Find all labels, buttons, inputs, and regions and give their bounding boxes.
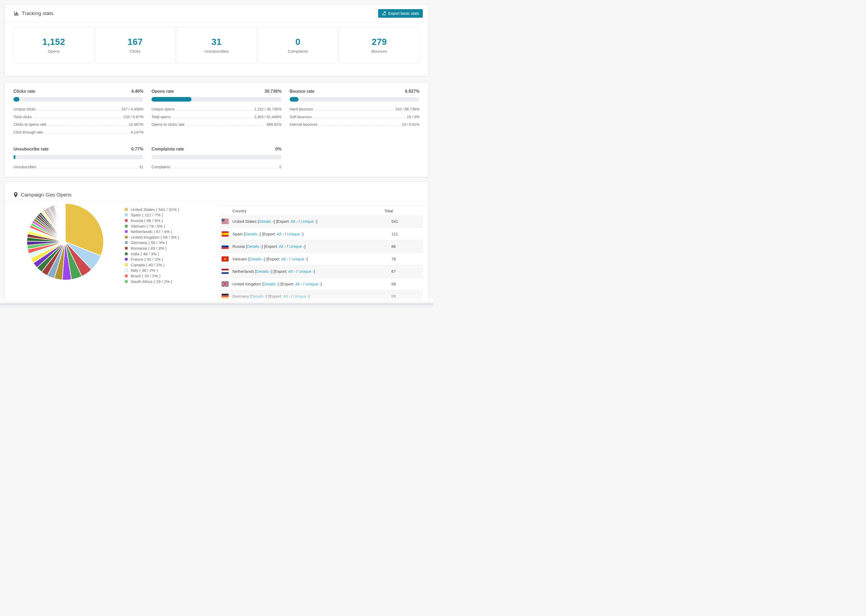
export-unique-link[interactable]: Unique › — [301, 219, 316, 224]
rate-row-value: 14.497% — [129, 122, 143, 127]
export-unique-link[interactable]: Unique › — [299, 269, 314, 273]
legend-item-netherlands[interactable]: Netherlands ( 67 / 4% ) — [124, 229, 179, 234]
export-basic-stats-button[interactable]: Export basic stats — [378, 9, 423, 18]
bar-chart-icon — [13, 11, 19, 16]
rate-detail-row: Unsubscribes31 — [13, 165, 143, 173]
opens-count: 1,152 — [42, 37, 65, 47]
rate-detail-row: Opens to clicks rate689.82% — [151, 122, 281, 130]
total-cell: 541 — [387, 219, 398, 224]
dotted-leader — [34, 118, 121, 118]
legend-swatch — [124, 247, 128, 250]
de-flag-icon — [222, 294, 228, 299]
geo-table-row-us: United States [Details ›] [Export: All ›… — [219, 215, 423, 228]
legend-label: United Kingdom ( 59 / 3% ) — [131, 235, 179, 239]
legend-item-brazil[interactable]: Brazil ( 33 / 2% ) — [124, 273, 179, 279]
export-all-link[interactable]: All › — [295, 282, 302, 286]
rate-detail-row: Total opens2,303 / 61.446% — [151, 115, 281, 123]
legend-item-romania[interactable]: Romania ( 49 / 3% ) — [124, 245, 179, 251]
legend-swatch — [124, 236, 128, 239]
legend-label: Canada ( 40 / 2% ) — [131, 262, 165, 267]
country-cell: Vietnam [Details ›] [Export: All › / Uni… — [232, 257, 387, 261]
legend-item-spain[interactable]: Spain ( 121 / 7% ) — [124, 212, 179, 218]
total-cell: 79 — [387, 257, 396, 261]
details-link[interactable]: Details › — [245, 232, 260, 236]
unsubscribe-rate-value: 0.77% — [131, 147, 143, 152]
export-unique-link[interactable]: Unique › — [305, 282, 321, 286]
details-link[interactable]: Details › — [249, 257, 264, 261]
complaints-rate-section: Complaints rate 0% Complaints0 — [151, 147, 281, 173]
details-link[interactable]: Details › — [263, 282, 278, 286]
legend-item-italy[interactable]: Italy ( 36 / 2% ) — [124, 268, 179, 273]
legend-item-germany[interactable]: Germany ( 55 / 3% ) — [124, 240, 179, 246]
bracket-close: ] — [302, 232, 303, 236]
export-unique-link[interactable]: Unique › — [289, 244, 304, 248]
export-prefix: ] [Export: — [264, 257, 281, 261]
rate-detail-row: Unique opens1,152 / 30.736% — [151, 107, 281, 115]
unsubscribe-rate-title: Unsubscribe rate — [13, 147, 49, 152]
export-icon — [382, 11, 386, 16]
dotted-leader — [172, 168, 277, 168]
export-all-link[interactable]: All › — [281, 257, 288, 261]
legend-label: United States ( 541 / 31% ) — [131, 207, 179, 212]
geo-pie-chart[interactable] — [26, 203, 105, 281]
details-link[interactable]: Details › — [251, 294, 266, 299]
country-name: Germany [ — [232, 294, 251, 299]
country-name: Netherlands [ — [232, 269, 256, 273]
link-separator: / — [286, 244, 289, 248]
country-cell: Germany [Details ›] [Export: All › / Uni… — [232, 294, 387, 299]
legend-item-vietnam[interactable]: Vietnam ( 79 / 5% ) — [124, 223, 179, 229]
legend-item-united-states[interactable]: United States ( 541 / 31% ) — [124, 207, 179, 212]
rate-row-label: Unique clicks — [13, 107, 36, 111]
rate-detail-row: Click through rate4.147% — [13, 130, 143, 138]
export-all-link[interactable]: All › — [288, 269, 295, 273]
legend-item-france[interactable]: France ( 42 / 2% ) — [124, 256, 179, 262]
legend-item-canada[interactable]: Canada ( 40 / 2% ) — [124, 262, 179, 268]
total-cell: 86 — [387, 244, 396, 248]
export-all-link[interactable]: All › — [277, 232, 284, 236]
legend-swatch — [124, 263, 128, 267]
export-all-link[interactable]: All › — [279, 244, 286, 248]
legend-swatch — [124, 269, 128, 272]
details-link[interactable]: Details › — [259, 219, 274, 224]
legend-item-united-kingdom[interactable]: United Kingdom ( 59 / 3% ) — [124, 234, 179, 240]
country-name: Russia [ — [232, 244, 247, 248]
export-prefix: ] [Export: — [266, 294, 283, 299]
details-link[interactable]: Details › — [256, 269, 271, 273]
opens-label: Opens — [48, 49, 60, 53]
rates-card: Clicks rate 4.46% Unique clicks167 / 4.4… — [4, 82, 429, 177]
unsubscribe-rate-section: Unsubscribe rate 0.77% Unsubscribes31 — [13, 147, 143, 173]
legend-item-south-africa[interactable]: South Africa ( 29 / 2% ) — [124, 279, 179, 284]
geo-legend: United States ( 541 / 31% )Spain ( 121 /… — [124, 207, 179, 284]
bracket-close: ] — [314, 269, 315, 273]
unsubscribes-count: 31 — [211, 37, 222, 47]
legend-label: South Africa ( 29 / 2% ) — [131, 279, 172, 284]
geo-table-header: Country Total — [219, 206, 423, 215]
bracket-close: ] — [309, 294, 310, 299]
rate-row-label: Click through rate — [13, 130, 43, 134]
export-all-link[interactable]: All › — [291, 219, 298, 224]
rate-detail-row: Unique clicks167 / 4.456% — [13, 107, 143, 115]
export-all-link[interactable]: All › — [283, 294, 290, 299]
export-unique-link[interactable]: Unique › — [287, 232, 302, 236]
progress-fill — [151, 97, 192, 102]
rates-grid: Clicks rate 4.46% Unique clicks167 / 4.4… — [5, 83, 428, 181]
legend-item-russia[interactable]: Russia ( 86 / 5% ) — [124, 218, 179, 223]
dotted-leader — [186, 126, 265, 126]
stat-box-unsubscribes: 31 Unsubscribes — [176, 27, 257, 63]
unsubscribes-label: Unsubscribes — [205, 49, 229, 53]
stat-box-complaints: 0 Complaints — [258, 27, 339, 63]
rate-row-value: 2,303 / 61.446% — [254, 115, 282, 119]
details-link[interactable]: Details › — [247, 244, 262, 248]
export-unique-link[interactable]: Unique › — [291, 257, 307, 261]
link-separator: / — [302, 282, 305, 286]
legend-item-india[interactable]: India ( 46 / 3% ) — [124, 251, 179, 257]
legend-label: Brazil ( 33 / 2% ) — [131, 273, 161, 278]
bounce-rate-value: 6.927% — [405, 89, 420, 94]
export-prefix: ] [Export: — [278, 282, 295, 286]
dotted-leader — [49, 126, 127, 126]
export-unique-link[interactable]: Unique › — [293, 294, 309, 299]
legend-swatch — [124, 230, 128, 233]
progress-fill — [13, 155, 15, 159]
clicks-rate-progressbar — [13, 97, 143, 102]
opens-rate-section: Opens rate 30.736% Unique opens1,152 / 3… — [151, 89, 281, 138]
